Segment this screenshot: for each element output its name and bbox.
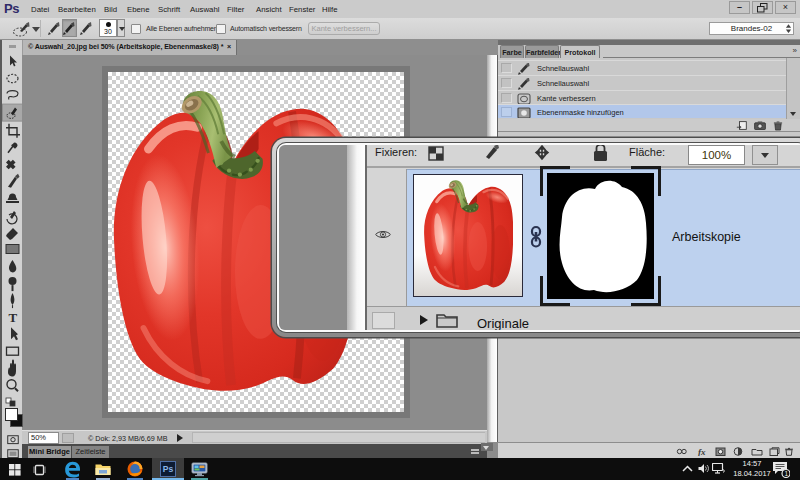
- svg-text:fx: fx: [698, 447, 706, 456]
- svg-text:1: 1: [785, 470, 789, 477]
- svg-text:T: T: [9, 310, 18, 325]
